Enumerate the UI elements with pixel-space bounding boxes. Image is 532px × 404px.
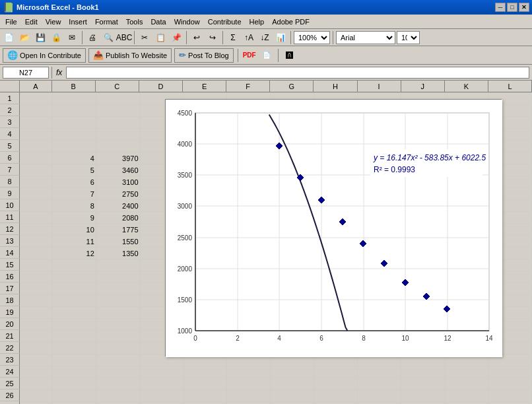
cell-H26[interactable]: [314, 390, 358, 402]
col-header-J[interactable]: J: [401, 81, 445, 92]
cell-E25[interactable]: [183, 378, 227, 390]
row-9[interactable]: 9: [0, 187, 20, 199]
permission-button[interactable]: 🔒: [49, 30, 63, 45]
cell-A10[interactable]: [20, 200, 53, 212]
cell-B8[interactable]: 6: [52, 176, 96, 188]
cell-C15[interactable]: [96, 259, 140, 271]
cell-A6[interactable]: [20, 152, 53, 164]
paste-button[interactable]: 📌: [169, 30, 183, 45]
col-header-F[interactable]: F: [226, 81, 270, 92]
cell-A15[interactable]: [20, 259, 53, 271]
cell-C17[interactable]: [96, 283, 140, 295]
redo-button[interactable]: ↪: [205, 30, 220, 45]
row-23[interactable]: 23: [0, 354, 20, 366]
col-header-D[interactable]: D: [139, 81, 183, 92]
cell-A27[interactable]: [20, 402, 53, 405]
cell-C27[interactable]: [96, 402, 140, 405]
row-12[interactable]: 12: [0, 223, 20, 235]
row-10[interactable]: 10: [0, 199, 20, 211]
copy-button[interactable]: 📋: [153, 30, 168, 45]
col-header-H[interactable]: H: [314, 81, 357, 92]
row-5[interactable]: 5: [0, 140, 20, 152]
cell-B6[interactable]: 4: [52, 152, 96, 164]
cell-A16[interactable]: [20, 271, 53, 283]
open-button[interactable]: 📂: [17, 30, 32, 45]
row-17[interactable]: 17: [0, 283, 20, 294]
cell-B22[interactable]: [52, 343, 96, 354]
cell-A9[interactable]: [20, 188, 53, 200]
cell-B5[interactable]: [52, 141, 96, 152]
row-25[interactable]: 25: [0, 378, 20, 389]
cell-L24[interactable]: [488, 366, 531, 378]
cell-D26[interactable]: [140, 390, 183, 402]
email-button[interactable]: ✉: [65, 30, 79, 45]
cell-B14[interactable]: 12: [52, 248, 96, 259]
cell-B1[interactable]: [52, 93, 96, 105]
cell-L26[interactable]: [488, 390, 531, 402]
menu-format[interactable]: Format: [91, 15, 122, 28]
cell-A12[interactable]: [20, 224, 53, 236]
cell-K26[interactable]: [445, 390, 488, 402]
row-3[interactable]: 3: [0, 116, 20, 128]
cell-A24[interactable]: [20, 366, 53, 378]
publish-to-website-button[interactable]: 📤 Publish To Website: [88, 48, 172, 63]
cell-A2[interactable]: [20, 105, 53, 117]
sort-asc-button[interactable]: ↑A: [242, 30, 256, 45]
menu-window[interactable]: Window: [170, 15, 204, 28]
row-20[interactable]: 20: [0, 318, 20, 330]
menu-data[interactable]: Data: [147, 15, 170, 28]
cell-A18[interactable]: [20, 295, 53, 307]
cell-C26[interactable]: [96, 390, 140, 402]
cell-L27[interactable]: [488, 402, 531, 405]
cell-C22[interactable]: [96, 343, 140, 354]
cell-G26[interactable]: [271, 390, 314, 402]
cell-C4[interactable]: [96, 129, 140, 141]
cell-B13[interactable]: 11: [52, 236, 96, 248]
col-header-L[interactable]: L: [488, 81, 532, 92]
cell-C12[interactable]: 1775: [96, 224, 140, 236]
cell-C1[interactable]: [96, 93, 140, 105]
cell-B7[interactable]: 5: [52, 164, 96, 176]
row-16[interactable]: 16: [0, 271, 20, 283]
cell-K27[interactable]: [445, 402, 488, 405]
cell-K24[interactable]: [445, 366, 488, 378]
cell-H25[interactable]: [314, 378, 358, 390]
close-button[interactable]: ✕: [519, 3, 529, 12]
cell-A14[interactable]: [20, 248, 53, 259]
row-27[interactable]: 27: [0, 401, 20, 404]
cell-B10[interactable]: 8: [52, 200, 96, 212]
zoom-select[interactable]: 100%: [294, 31, 330, 44]
cell-C19[interactable]: [96, 307, 140, 319]
cell-reference-input[interactable]: [3, 67, 49, 79]
cell-I24[interactable]: [358, 366, 401, 378]
fontsize-select[interactable]: 10: [397, 31, 420, 44]
cell-G27[interactable]: [271, 402, 314, 405]
menu-help[interactable]: Help: [246, 15, 269, 28]
cell-A5[interactable]: [20, 141, 53, 152]
cell-J25[interactable]: [401, 378, 445, 390]
menu-adobe-pdf[interactable]: Adobe PDF: [268, 15, 314, 28]
cell-A19[interactable]: [20, 307, 53, 319]
new-button[interactable]: 📄: [1, 30, 16, 45]
col-header-G[interactable]: G: [270, 81, 314, 92]
cell-B18[interactable]: [52, 295, 96, 307]
row-14[interactable]: 14: [0, 247, 20, 259]
cell-A8[interactable]: [20, 176, 53, 188]
cell-C6[interactable]: 3970: [96, 152, 140, 164]
cell-F24[interactable]: [227, 366, 271, 378]
row-7[interactable]: 7: [0, 164, 20, 176]
spellcheck-button[interactable]: ABC: [117, 30, 131, 45]
cell-B9[interactable]: 7: [52, 188, 96, 200]
pdf-button1[interactable]: PDF: [242, 48, 257, 63]
row-22[interactable]: 22: [0, 342, 20, 354]
row-15[interactable]: 15: [0, 259, 20, 271]
cell-K25[interactable]: [445, 378, 488, 390]
cell-A13[interactable]: [20, 236, 53, 248]
col-header-B[interactable]: B: [52, 81, 96, 92]
cell-C11[interactable]: 2080: [96, 212, 140, 224]
row-2[interactable]: 2: [0, 104, 20, 116]
sort-desc-button[interactable]: ↓Z: [257, 30, 272, 45]
cell-D27[interactable]: [140, 402, 183, 405]
row-26[interactable]: 26: [0, 389, 20, 401]
menu-edit[interactable]: Edit: [21, 15, 42, 28]
